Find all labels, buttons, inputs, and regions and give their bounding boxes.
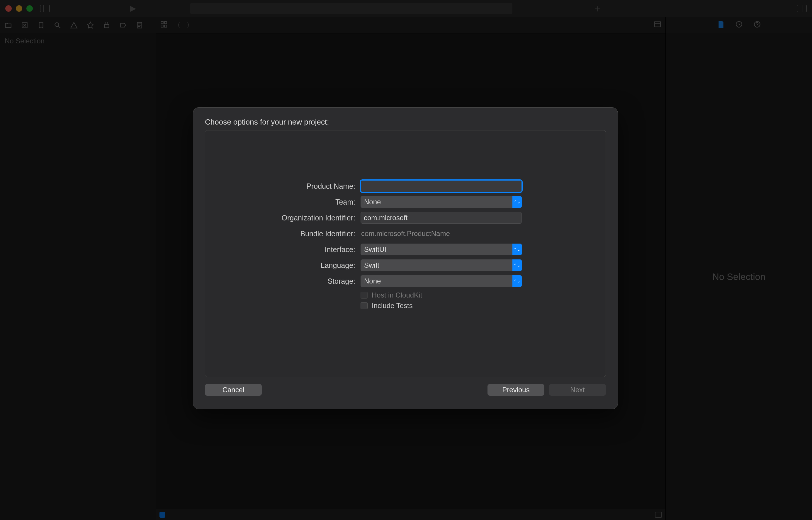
- row-storage: Storage: None ⌃⌄: [232, 275, 579, 287]
- previous-button[interactable]: Previous: [488, 384, 544, 396]
- sheet-title: Choose options for your new project:: [205, 118, 606, 127]
- label-language: Language:: [232, 261, 361, 270]
- label-org-id: Organization Identifier:: [232, 214, 361, 222]
- popup-caret-icon: ⌃⌄: [513, 196, 522, 208]
- cloudkit-checkbox: [361, 292, 368, 299]
- language-popup-value: Swift: [364, 261, 379, 269]
- row-bundle-id: Bundle Identifier: com.microsoft.Product…: [232, 228, 579, 239]
- bundle-id-value: com.microsoft.ProductName: [361, 228, 522, 239]
- row-product-name: Product Name:: [232, 180, 579, 192]
- popup-caret-icon: ⌃⌄: [513, 259, 522, 271]
- label-team: Team:: [232, 198, 361, 206]
- row-org-id: Organization Identifier:: [232, 212, 579, 224]
- sheet-form-area: Product Name: Team: None ⌃⌄ Organization…: [205, 130, 606, 377]
- row-language: Language: Swift ⌃⌄: [232, 259, 579, 271]
- label-bundle-id: Bundle Identifier:: [232, 230, 361, 238]
- row-interface: Interface: SwiftUI ⌃⌄: [232, 243, 579, 255]
- storage-popup[interactable]: None ⌃⌄: [361, 275, 522, 287]
- new-project-options-sheet: Choose options for your new project: Pro…: [193, 107, 618, 409]
- cancel-button[interactable]: Cancel: [205, 384, 262, 396]
- row-cloudkit: Host in CloudKit Include Tests: [232, 291, 579, 312]
- sheet-button-row: Cancel Previous Next: [205, 384, 606, 396]
- popup-caret-icon: ⌃⌄: [513, 243, 522, 255]
- row-team: Team: None ⌃⌄: [232, 196, 579, 208]
- product-name-input[interactable]: [361, 180, 522, 192]
- cloudkit-label: Host in CloudKit: [372, 291, 422, 299]
- include-tests-checkbox[interactable]: [361, 302, 368, 309]
- label-interface: Interface:: [232, 245, 361, 254]
- popup-caret-icon: ⌃⌄: [513, 275, 522, 287]
- team-popup[interactable]: None ⌃⌄: [361, 196, 522, 208]
- team-popup-value: None: [364, 198, 381, 206]
- interface-popup-value: SwiftUI: [364, 245, 386, 254]
- storage-popup-value: None: [364, 277, 381, 285]
- next-button[interactable]: Next: [549, 384, 606, 396]
- include-tests-label: Include Tests: [372, 302, 413, 310]
- label-product-name: Product Name:: [232, 182, 361, 190]
- org-id-input[interactable]: [361, 212, 522, 224]
- language-popup[interactable]: Swift ⌃⌄: [361, 259, 522, 271]
- label-storage: Storage:: [232, 277, 361, 286]
- interface-popup[interactable]: SwiftUI ⌃⌄: [361, 243, 522, 255]
